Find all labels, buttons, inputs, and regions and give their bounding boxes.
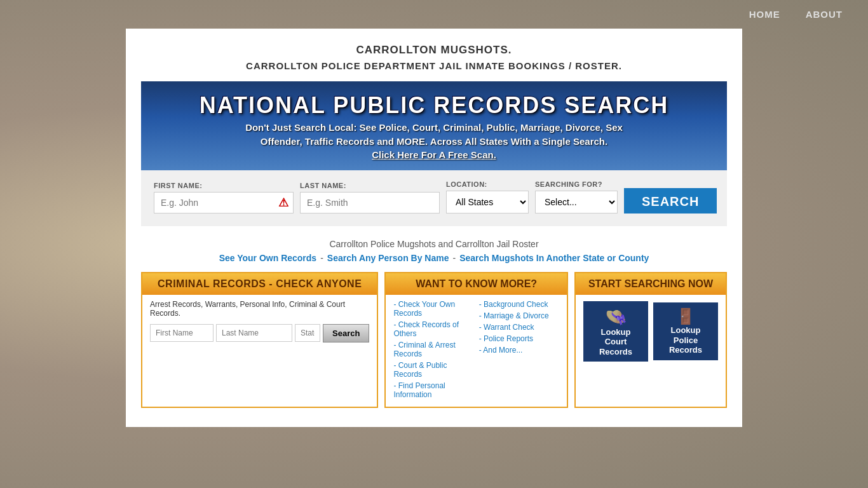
know-link-own[interactable]: - Check Your Own Records: [393, 300, 473, 318]
banner-title: NATIONAL PUBLIC RECORDS SEARCH: [200, 93, 669, 118]
searching-field-group: SEARCHING FOR? Select...: [535, 180, 618, 214]
location-field-group: LOCATION: All States: [446, 180, 529, 214]
link-own-records[interactable]: See Your Own Records: [219, 253, 317, 263]
fingerprint-icon: 👒: [605, 306, 627, 327]
know-link-warrant[interactable]: - Warrant Check: [479, 323, 559, 332]
banner-link[interactable]: Click Here For A Free Scan.: [372, 149, 496, 160]
searching-select[interactable]: Select...: [535, 191, 618, 214]
criminal-inputs: Search: [150, 324, 369, 342]
lastname-label: LAST NAME:: [300, 182, 440, 189]
error-icon: ⚠: [278, 196, 288, 210]
widget-criminal-desc: Arrest Records, Warrants, Personal Info,…: [150, 300, 369, 318]
widget-know: WANT TO KNOW MORE? - Check Your Own Reco…: [384, 272, 568, 408]
link-search-person[interactable]: Search Any Person By Name: [327, 253, 449, 263]
lookup-police-button[interactable]: 🚪 Lookup Police Records: [653, 302, 718, 360]
middle-description: Carrollton Police Mugshots and Carrollto…: [141, 239, 727, 249]
main-card: CARROLLTON MUGSHOTS. CARROLLTON POLICE D…: [126, 29, 742, 427]
criminal-lastname[interactable]: [216, 324, 292, 342]
know-link-background[interactable]: - Background Check: [479, 300, 559, 309]
lastname-field-group: LAST NAME:: [300, 182, 440, 214]
widget-criminal-header: CRIMINAL RECORDS - CHECK ANYONE: [142, 273, 377, 295]
sep1: -: [320, 253, 323, 263]
link-search-mugshots[interactable]: Search Mugshots In Another State or Coun…: [459, 253, 649, 263]
police-badge-icon: 🚪: [676, 308, 695, 325]
location-select[interactable]: All States: [446, 191, 529, 214]
know-link-criminal[interactable]: - Criminal & Arrest Records: [393, 341, 473, 358]
criminal-state[interactable]: [295, 324, 320, 342]
search-button[interactable]: SEARCH: [624, 188, 717, 214]
know-link-others[interactable]: - Check Records of Others: [393, 320, 473, 338]
firstname-input[interactable]: [154, 192, 294, 214]
lastname-input[interactable]: [300, 192, 440, 214]
widget-know-header: WANT TO KNOW MORE?: [386, 273, 567, 295]
page-subtitle: CARROLLTON POLICE DEPARTMENT JAIL INMATE…: [141, 60, 727, 71]
widgets-row: CRIMINAL RECORDS - CHECK ANYONE Arrest R…: [141, 272, 727, 408]
widget-search-header: START SEARCHING NOW: [576, 273, 726, 295]
criminal-search-button[interactable]: Search: [323, 324, 369, 342]
sep2: -: [453, 253, 456, 263]
know-link-police[interactable]: - Police Reports: [479, 334, 559, 343]
firstname-label: FIRST NAME:: [154, 182, 294, 189]
middle-section: Carrollton Police Mugshots and Carrollto…: [141, 239, 727, 263]
lookup-court-button[interactable]: 👒 Lookup Court Records: [583, 301, 648, 362]
widget-criminal: CRIMINAL RECORDS - CHECK ANYONE Arrest R…: [141, 272, 378, 408]
page-title: CARROLLTON MUGSHOTS.: [141, 44, 727, 57]
know-link-personal[interactable]: - Find Personal Information: [393, 381, 473, 399]
location-label: LOCATION:: [446, 180, 529, 188]
nav-home[interactable]: HOME: [749, 9, 780, 20]
top-nav: HOME ABOUT: [0, 0, 868, 29]
banner[interactable]: NATIONAL PUBLIC RECORDS SEARCH Don't Jus…: [141, 81, 727, 170]
know-col-right: - Background Check - Marriage & Divorce …: [479, 300, 559, 402]
nav-about[interactable]: ABOUT: [806, 9, 843, 20]
searching-label: SEARCHING FOR?: [535, 180, 618, 188]
search-form: FIRST NAME: ⚠ LAST NAME: LOCATION: All S…: [141, 170, 727, 226]
widget-search: START SEARCHING NOW 👒 Lookup Court Recor…: [574, 272, 727, 408]
lookup-court-text: Lookup Court Records: [599, 327, 632, 357]
know-col-left: - Check Your Own Records - Check Records…: [393, 300, 473, 402]
lookup-police-text: Lookup Police Records: [669, 325, 702, 355]
know-link-court[interactable]: - Court & Public Records: [393, 361, 473, 379]
firstname-field-group: FIRST NAME: ⚠: [154, 182, 294, 214]
know-link-marriage[interactable]: - Marriage & Divorce: [479, 311, 559, 320]
know-link-more[interactable]: - And More...: [479, 346, 559, 355]
banner-subtitle: Don't Just Search Local: See Police, Cou…: [245, 121, 623, 149]
criminal-firstname[interactable]: [150, 324, 214, 342]
